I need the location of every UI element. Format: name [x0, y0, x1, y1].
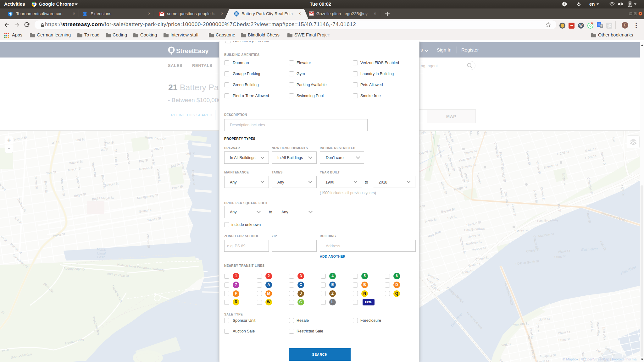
svg-text:文: 文	[600, 25, 603, 28]
